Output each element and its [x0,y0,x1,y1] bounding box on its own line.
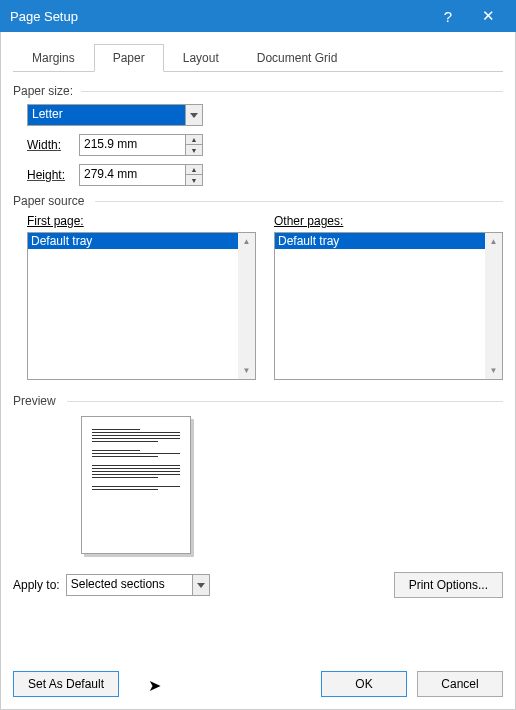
apply-to-dropdown-button[interactable] [192,574,210,596]
scroll-down-icon[interactable]: ▼ [238,362,255,379]
first-page-item[interactable]: Default tray [28,233,238,249]
height-value: 279.4 mm [79,164,185,186]
paper-size-value: Letter [27,104,185,126]
preview-label: Preview [13,394,503,408]
tab-document-grid[interactable]: Document Grid [238,44,357,72]
tab-layout[interactable]: Layout [164,44,238,72]
width-value: 215.9 mm [79,134,185,156]
apply-to-dropdown[interactable]: Selected sections [66,574,210,596]
paper-size-dropdown[interactable]: Letter [27,104,203,126]
scroll-up-icon[interactable]: ▲ [238,233,255,250]
scroll-down-icon[interactable]: ▼ [485,362,502,379]
height-label: Height: [27,168,79,182]
tab-margins[interactable]: Margins [13,44,94,72]
preview-thumbnail [81,416,191,554]
dialog-title: Page Setup [10,9,428,24]
first-page-label: First page: [27,214,256,228]
width-input[interactable]: 215.9 mm ▲ ▼ [79,134,203,156]
chevron-down-icon [197,583,205,588]
scrollbar[interactable]: ▲ ▼ [238,233,255,379]
scroll-up-icon[interactable]: ▲ [485,233,502,250]
apply-to-label: Apply to: [13,578,60,592]
chevron-down-icon [190,113,198,118]
height-input[interactable]: 279.4 mm ▲ ▼ [79,164,203,186]
help-button[interactable]: ? [428,8,468,25]
close-button[interactable]: ✕ [468,7,508,25]
apply-to-value: Selected sections [66,574,192,596]
other-pages-listbox[interactable]: Default tray ▲ ▼ [274,232,503,380]
width-label: Width: [27,138,79,152]
dialog-body: Margins Paper Layout Document Grid Paper… [0,32,516,710]
other-pages-item[interactable]: Default tray [275,233,485,249]
paper-size-dropdown-button[interactable] [185,104,203,126]
spinner-down-icon[interactable]: ▼ [186,145,202,155]
spinner-down-icon[interactable]: ▼ [186,175,202,185]
cursor-icon: ➤ [148,676,161,695]
tab-strip: Margins Paper Layout Document Grid [13,44,503,72]
titlebar: Page Setup ? ✕ [0,0,516,32]
spinner-up-icon[interactable]: ▲ [186,165,202,175]
set-as-default-button[interactable]: Set As Default [13,671,119,697]
ok-button[interactable]: OK [321,671,407,697]
spinner-up-icon[interactable]: ▲ [186,135,202,145]
cancel-button[interactable]: Cancel [417,671,503,697]
scrollbar[interactable]: ▲ ▼ [485,233,502,379]
tab-paper[interactable]: Paper [94,44,164,72]
paper-size-label: Paper size: [13,84,503,98]
first-page-listbox[interactable]: Default tray ▲ ▼ [27,232,256,380]
other-pages-label: Other pages: [274,214,503,228]
print-options-button[interactable]: Print Options... [394,572,503,598]
height-spinner[interactable]: ▲ ▼ [185,164,203,186]
paper-source-label: Paper source [13,194,503,208]
width-spinner[interactable]: ▲ ▼ [185,134,203,156]
